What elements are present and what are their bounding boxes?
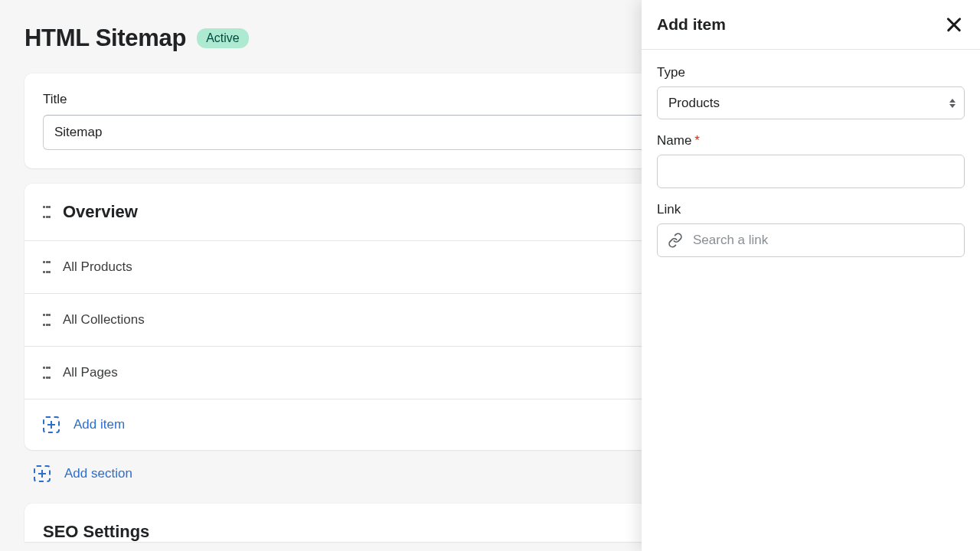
list-item-label: All Collections <box>63 312 145 328</box>
add-item-label: Add item <box>74 417 125 432</box>
list-item-label: All Pages <box>63 365 118 380</box>
drag-handle-icon[interactable] <box>43 261 51 273</box>
name-input[interactable] <box>657 155 965 188</box>
close-icon[interactable] <box>943 14 965 35</box>
type-label: Type <box>657 65 965 80</box>
add-item-panel: Add item Type Products Name* Link <box>642 0 980 551</box>
name-label: Name* <box>657 133 965 148</box>
drag-handle-icon[interactable] <box>43 206 51 218</box>
panel-title: Add item <box>657 15 726 34</box>
drag-handle-icon[interactable] <box>43 367 51 379</box>
page-title: HTML Sitemap <box>24 24 186 52</box>
required-star: * <box>694 133 700 148</box>
add-icon <box>34 465 51 482</box>
link-input[interactable] <box>657 223 965 257</box>
link-icon <box>668 233 683 248</box>
status-badge: Active <box>197 28 249 48</box>
add-section-label: Add section <box>64 466 132 481</box>
link-label: Link <box>657 202 965 217</box>
drag-handle-icon[interactable] <box>43 314 51 326</box>
overview-header: Overview <box>63 202 138 222</box>
list-item-label: All Products <box>63 259 132 275</box>
add-icon <box>43 416 60 433</box>
type-select[interactable]: Products <box>657 86 965 119</box>
